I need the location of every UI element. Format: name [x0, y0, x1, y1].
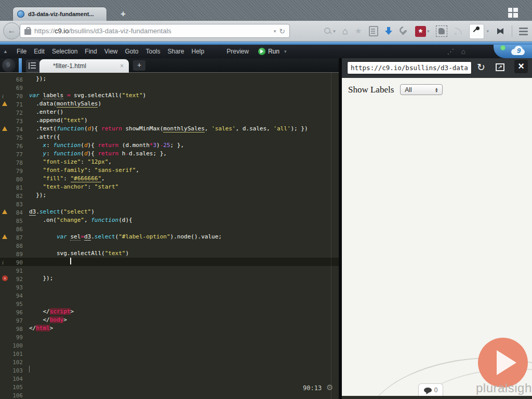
code-line-71: 71 .data(monthlySales) — [0, 100, 339, 108]
code-line-73: 73 .append("text") — [0, 116, 339, 125]
search-icon[interactable] — [324, 27, 332, 35]
code-line-70: i70var labels = svg.selectAll("text") — [0, 91, 339, 100]
window-titlebar: d3-data-viz-fundament... + — [0, 0, 532, 21]
code-line-77: 77 y: function(d){ return h-d.sales; }, — [0, 150, 339, 158]
download-icon[interactable] — [385, 27, 392, 35]
code-line-72: 72 .enter() — [0, 108, 339, 116]
menu-share[interactable]: Share — [164, 48, 188, 55]
cloud9-sphere-logo[interactable]: 9 — [2, 59, 16, 72]
err-gutter-icon: x — [2, 275, 8, 281]
preview-close-icon[interactable]: × — [514, 60, 528, 73]
code-line-105: 105 — [0, 382, 339, 391]
label-option-select[interactable]: All ▲▼ — [400, 84, 443, 95]
code-line-104: 104 — [0, 374, 339, 382]
reload-icon[interactable]: ↻ — [279, 28, 285, 35]
cloud9-favicon-icon — [17, 10, 24, 18]
code-line-95: 95 — [0, 299, 339, 308]
preview-url-input[interactable] — [347, 61, 472, 74]
code-line-79: 79 "font-family": "sans-serif", — [0, 166, 339, 175]
url-text: https://c9.io/bsullins/d3-data-viz-funda… — [34, 27, 271, 35]
new-tab-button[interactable]: + — [121, 9, 126, 19]
eyedropper-icon[interactable] — [469, 24, 484, 39]
code-line-97: 97 </body> — [0, 316, 339, 324]
browser-tab[interactable]: d3-data-viz-fundament... — [12, 7, 107, 21]
lock-icon — [24, 29, 31, 35]
eyedropper-dropdown-icon[interactable]: ▾ — [486, 29, 489, 34]
collapse-menubar-icon[interactable]: ▲ — [3, 49, 8, 54]
editor-scrollbar[interactable] — [331, 73, 331, 399]
editor-settings-gear-icon[interactable]: ⚙ — [326, 383, 333, 392]
code-line-94: 94 — [0, 291, 339, 299]
run-button[interactable]: Run ▾ — [258, 48, 287, 55]
home-icon[interactable]: ⌂ — [342, 26, 348, 36]
reading-list-icon[interactable] — [369, 26, 378, 36]
menu-edit[interactable]: Edit — [30, 48, 48, 55]
search-dropdown-icon[interactable]: ▾ — [333, 29, 336, 34]
show-labels-label: Show Labels — [348, 85, 394, 95]
code-line-106: 106 — [0, 391, 339, 399]
evernote-clipper-icon[interactable] — [436, 25, 447, 37]
developer-wrench-icon[interactable] — [399, 26, 408, 36]
preview-header: ↻ ↗ × — [342, 58, 532, 78]
tab-groups-icon[interactable] — [508, 8, 518, 18]
preview-popout-icon[interactable]: ↗ — [496, 63, 504, 71]
code-line-82: 82 }); — [0, 191, 339, 200]
menu-goto[interactable]: Goto — [121, 48, 142, 55]
code-line-80: 80 "fill": "#666666", — [0, 175, 339, 183]
code-line-87: 87 var sel=d3.select("#label-option").no… — [0, 233, 339, 241]
code-line-96: 96 </script> — [0, 308, 339, 316]
menu-tools[interactable]: Tools — [142, 48, 164, 55]
pane-accent-bar — [19, 58, 22, 73]
code-line-88: 88 — [0, 241, 339, 249]
code-line-84: 84d3.select("select") — [0, 208, 339, 216]
back-button[interactable]: ← — [3, 22, 20, 39]
add-tab-button[interactable]: + — [133, 60, 145, 71]
lastpass-icon[interactable]: * — [415, 26, 426, 37]
editor-tab-filter-1[interactable]: *filter-1.html × — [39, 59, 129, 73]
menu-selection[interactable]: Selection — [48, 48, 81, 55]
warn-gutter-icon — [2, 126, 7, 131]
cloud9-corner: 9 — [494, 45, 532, 58]
warn-gutter-icon — [2, 234, 7, 239]
code-line-68: 68 }); — [0, 75, 339, 83]
code-line-93: 93 — [0, 283, 339, 291]
online-status-dot — [501, 46, 505, 50]
code-line-83: 83 — [0, 200, 339, 208]
text-cursor — [70, 258, 71, 264]
code-editor[interactable]: 68 });69i70var labels = svg.selectAll("t… — [0, 73, 339, 399]
code-line-101: 101 — [0, 349, 339, 357]
ide-menubar: ▲ FileEditSelectionFindViewGotoToolsShar… — [0, 45, 532, 58]
code-line-91: 91 — [0, 266, 339, 274]
lastpass-dropdown-icon[interactable]: ▾ — [427, 29, 430, 34]
menu-view[interactable]: View — [101, 48, 122, 55]
menu-items: FileEditSelectionFindViewGotoToolsShareH… — [13, 48, 208, 55]
code-line-102: 102 — [0, 357, 339, 366]
url-dropdown-icon[interactable]: ▾ — [274, 29, 276, 34]
run-play-icon — [258, 48, 265, 55]
dashboard-home-icon[interactable]: ⌂ — [461, 47, 466, 56]
menu-file[interactable]: File — [13, 48, 30, 55]
preview-button[interactable]: Preview — [222, 48, 253, 55]
code-line-98: 98</html> — [0, 324, 339, 332]
preview-reload-icon[interactable]: ↻ — [477, 61, 485, 73]
toolbar-separator — [512, 25, 512, 37]
addon-pinwheel-icon[interactable] — [496, 27, 505, 35]
activity-meter-icon[interactable]: ⋰ — [447, 47, 455, 56]
comments-button[interactable]: 0 — [418, 383, 443, 396]
code-line-81: 81 "text-anchor": "start" — [0, 183, 339, 191]
hamburger-menu-icon[interactable] — [519, 28, 528, 35]
url-bar[interactable]: https://c9.io/bsullins/d3-data-viz-funda… — [20, 24, 290, 38]
code-line-90: i90 — [0, 258, 339, 266]
code-line-74: 74 .text(function(d){ return showMinMax(… — [0, 125, 339, 133]
menu-find[interactable]: Find — [81, 48, 100, 55]
rss-icon — [454, 27, 462, 35]
select-stepper-icon: ▲▼ — [432, 87, 442, 92]
text-cursor — [29, 366, 30, 373]
tab-list-icon[interactable] — [26, 60, 39, 72]
code-line-103: 103 — [0, 366, 339, 374]
bookmark-star-icon[interactable]: ★ — [355, 27, 362, 35]
menu-help[interactable]: Help — [188, 48, 208, 55]
run-dropdown-icon[interactable]: ▾ — [284, 49, 287, 54]
cloud9-logo[interactable]: 9 — [509, 46, 528, 57]
tab-close-icon[interactable]: × — [120, 62, 124, 70]
